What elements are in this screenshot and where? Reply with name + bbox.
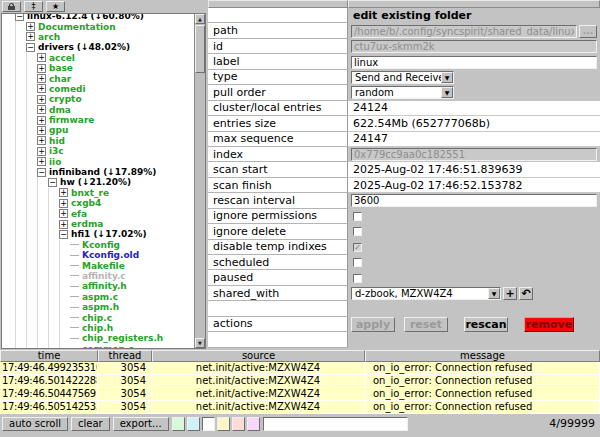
log-level-filter-1[interactable] bbox=[187, 417, 200, 431]
tree-item[interactable]: −hw (↓21.20%) bbox=[2, 177, 193, 187]
chevron-down-icon[interactable]: ▼ bbox=[441, 72, 453, 83]
tree-item[interactable]: +erdma bbox=[2, 219, 193, 229]
log-level-filter-4[interactable] bbox=[232, 417, 245, 431]
tree-item[interactable]: −drivers (↓48.02%) bbox=[2, 42, 193, 52]
tree-item[interactable]: Kconfig.old bbox=[2, 250, 193, 260]
log-column-header[interactable]: source bbox=[152, 350, 365, 362]
tree-item[interactable]: affinity.c bbox=[2, 271, 193, 281]
expand-toggle-icon[interactable]: + bbox=[37, 84, 46, 93]
remove-button[interactable]: remove bbox=[524, 317, 574, 332]
paused-checkbox[interactable] bbox=[353, 274, 362, 283]
tree-item[interactable]: +crypto bbox=[2, 94, 193, 104]
log-level-filter-3[interactable] bbox=[217, 417, 230, 431]
log-column-header[interactable]: time bbox=[0, 350, 98, 362]
tree-item[interactable]: +efa bbox=[2, 208, 193, 218]
label-input[interactable] bbox=[351, 56, 597, 69]
tree-item[interactable]: aspm.h bbox=[2, 302, 193, 312]
expand-toggle-icon[interactable]: + bbox=[59, 209, 68, 218]
updown-button[interactable]: ‡ bbox=[24, 1, 43, 12]
chevron-down-icon[interactable]: ▼ bbox=[488, 288, 500, 299]
tree-item[interactable]: +hid bbox=[2, 136, 193, 146]
chevron-down-icon[interactable]: ▼ bbox=[441, 87, 453, 98]
log-row[interactable]: 17:49:46.5044756913054net.init/active:MZ… bbox=[0, 388, 600, 401]
tree-item[interactable]: +gpu bbox=[2, 125, 193, 135]
expand-toggle-icon[interactable]: + bbox=[37, 157, 46, 166]
collapse-toggle-icon[interactable]: − bbox=[26, 43, 35, 52]
expand-toggle-icon[interactable]: + bbox=[37, 136, 46, 145]
log-level-filter-5[interactable] bbox=[247, 417, 260, 431]
tree-item[interactable]: +firmware bbox=[2, 115, 193, 125]
tree-vertical-scrollbar[interactable]: ▲ ▼ bbox=[194, 14, 205, 348]
tree-item[interactable]: −linux-6.12.4 (↓60.80%) bbox=[2, 13, 193, 21]
expand-toggle-icon[interactable]: + bbox=[26, 22, 35, 31]
log-row[interactable]: 17:49:46.4992353103054net.init/active:MZ… bbox=[0, 362, 600, 375]
tree-item[interactable]: +cxgb4 bbox=[2, 198, 193, 208]
expand-toggle-icon[interactable]: + bbox=[37, 74, 46, 83]
auto-scroll-button[interactable]: auto scroll bbox=[2, 417, 68, 431]
tree-item[interactable]: +arch bbox=[2, 32, 193, 42]
collapse-toggle-icon[interactable]: − bbox=[48, 178, 57, 187]
tree-item[interactable]: −infiniband (↓17.89%) bbox=[2, 167, 193, 177]
scroll-up-icon[interactable]: ▲ bbox=[195, 14, 205, 24]
log-level-filter-0[interactable] bbox=[172, 417, 185, 431]
ignore-delete-checkbox[interactable] bbox=[353, 227, 362, 236]
expand-toggle-icon[interactable]: + bbox=[59, 199, 68, 208]
undo-button[interactable]: ↶ bbox=[519, 287, 533, 300]
expand-toggle-icon[interactable]: + bbox=[26, 32, 35, 41]
log-filter-input[interactable] bbox=[263, 417, 408, 431]
tree-item[interactable]: +comedi bbox=[2, 84, 193, 94]
tree-item[interactable]: +i3c bbox=[2, 146, 193, 156]
tree-item[interactable]: Kconfig bbox=[2, 240, 193, 250]
expand-toggle-icon[interactable]: + bbox=[37, 126, 46, 135]
rescan-interval-input[interactable] bbox=[351, 194, 597, 207]
tree-item[interactable]: aspm.c bbox=[2, 292, 193, 302]
scroll-down-icon[interactable]: ▼ bbox=[195, 338, 205, 348]
collapse-toggle-icon[interactable]: − bbox=[59, 230, 68, 239]
collapse-toggle-icon[interactable]: − bbox=[37, 168, 46, 177]
log-row[interactable]: 17:49:46.5014222883054net.init/active:MZ… bbox=[0, 375, 600, 388]
log-level-filter-2[interactable] bbox=[202, 417, 215, 431]
scrollbar-thumb[interactable] bbox=[195, 25, 205, 73]
tree-item[interactable]: +iio bbox=[2, 156, 193, 166]
tree-item[interactable]: +dma bbox=[2, 105, 193, 115]
add-device-button[interactable]: + bbox=[503, 287, 517, 300]
log-column-header[interactable]: message bbox=[365, 350, 600, 362]
browse-button[interactable]: ... bbox=[579, 25, 597, 38]
tree-guide-line bbox=[15, 63, 26, 73]
expand-toggle-icon[interactable]: + bbox=[59, 188, 68, 197]
clear-button[interactable]: clear bbox=[71, 417, 110, 431]
tree-item[interactable]: affinity.h bbox=[2, 281, 193, 291]
ignore-permissions-checkbox[interactable] bbox=[353, 212, 362, 221]
type-dropdown[interactable]: Send and Receive▼ bbox=[351, 71, 454, 84]
tree-item[interactable]: +base bbox=[2, 63, 193, 73]
tree-item[interactable]: +char bbox=[2, 73, 193, 83]
scheduled-checkbox[interactable] bbox=[353, 258, 362, 267]
tree-item[interactable]: chip.c bbox=[2, 312, 193, 322]
expand-toggle-icon[interactable]: + bbox=[37, 105, 46, 114]
tree-item[interactable]: chip_registers.h bbox=[2, 333, 193, 343]
tree-item[interactable]: +accel bbox=[2, 53, 193, 63]
field-value-spacer bbox=[348, 301, 600, 316]
tree-item[interactable]: +bnxt_re bbox=[2, 188, 193, 198]
tree-item[interactable]: Makefile bbox=[2, 260, 193, 270]
pull-order-dropdown[interactable]: random▼ bbox=[351, 86, 454, 99]
expand-toggle-icon[interactable]: + bbox=[37, 95, 46, 104]
log-row[interactable]: 17:49:46.5051425333054net.init/active:MZ… bbox=[0, 401, 600, 414]
expand-toggle-icon[interactable]: + bbox=[59, 220, 68, 229]
expand-toggle-icon[interactable]: + bbox=[37, 116, 46, 125]
rescan-button[interactable]: rescan bbox=[464, 317, 508, 332]
collapse-toggle-icon[interactable]: − bbox=[15, 13, 24, 21]
lock-button[interactable] bbox=[2, 1, 21, 12]
shared-with-dropdown[interactable]: d-zbook, MZXW4Z4▼ bbox=[351, 287, 501, 300]
tree-item[interactable]: chip.h bbox=[2, 323, 193, 333]
expand-toggle-icon[interactable]: + bbox=[37, 147, 46, 156]
expand-toggle-icon[interactable]: + bbox=[37, 64, 46, 73]
log-column-header[interactable]: thread bbox=[98, 350, 152, 362]
tree-item[interactable]: common.c bbox=[2, 344, 193, 350]
star-button[interactable]: ★ bbox=[46, 1, 65, 12]
export-button[interactable]: export... bbox=[113, 417, 169, 431]
tree-item[interactable]: −hfi1 (↓17.02%) bbox=[2, 229, 193, 239]
tree-item[interactable]: +Documentation bbox=[2, 21, 193, 31]
expand-toggle-icon[interactable]: + bbox=[37, 53, 46, 62]
tree-guide-line bbox=[59, 281, 70, 291]
